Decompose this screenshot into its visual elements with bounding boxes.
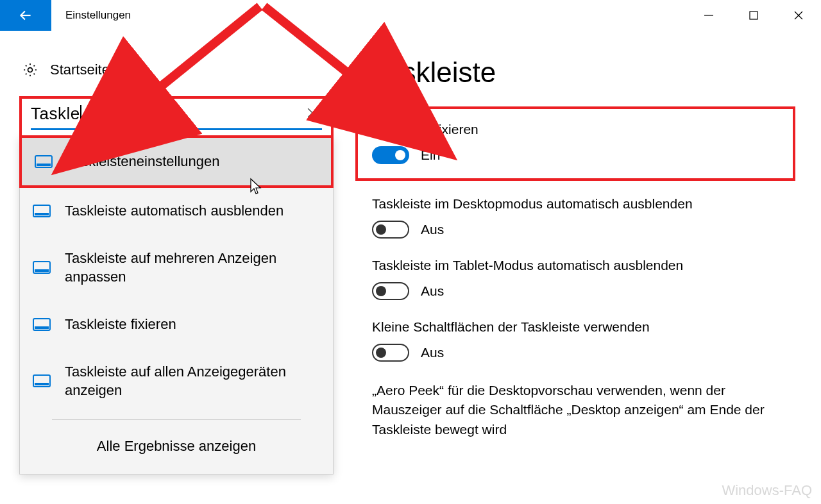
svg-point-4: [28, 68, 33, 72]
display-icon: [33, 374, 51, 388]
close-icon: [793, 10, 804, 21]
page-heading: Taskleiste: [372, 56, 802, 88]
search-result-label: Taskleiste auf allen Anzeigegeräten anze…: [65, 362, 320, 400]
minimize-icon: [704, 10, 714, 21]
titlebar: Einstellungen: [0, 0, 821, 31]
setting-small-buttons: Kleine Schaltflächen der Taskleiste verw…: [372, 319, 802, 362]
setting-label: Taskleiste im Desktopmodus automatisch a…: [372, 196, 802, 212]
main-panel: Taskleiste Taskleiste fixieren Ein Taskl…: [372, 56, 802, 475]
svg-rect-8: [37, 164, 51, 166]
search-result-label: Taskleiste fixieren: [65, 315, 320, 334]
toggle-state: Aus: [421, 283, 444, 299]
toggle-auto-hide-tablet[interactable]: [372, 282, 409, 300]
toggle-lock-taskbar[interactable]: [372, 146, 409, 164]
close-button[interactable]: [789, 6, 808, 25]
home-label: Startseite: [50, 62, 110, 78]
minimize-button[interactable]: [699, 6, 718, 25]
back-button[interactable]: [0, 0, 51, 31]
display-icon: [33, 204, 51, 218]
setting-auto-hide-tablet: Taskleiste im Tablet-Modus automatisch a…: [372, 258, 802, 300]
search-input[interactable]: Taskle: [19, 96, 334, 137]
display-icon: [35, 155, 53, 169]
search-result-label: Taskleiste automatisch ausblenden: [65, 201, 320, 221]
arrow-left-icon: [17, 7, 34, 24]
search-result-item[interactable]: Taskleiste automatisch ausblenden: [20, 187, 333, 235]
search-container: Taskle Taskleisteneinstellungen Taskleis…: [19, 96, 334, 475]
show-all-results[interactable]: Alle Ergebnisse anzeigen: [20, 420, 333, 474]
display-icon: [33, 260, 51, 274]
home-link[interactable]: Startseite: [19, 56, 334, 96]
setting-label: Taskleiste fixieren: [372, 122, 779, 137]
search-result-item[interactable]: Taskleiste fixieren: [20, 301, 333, 348]
search-results-dropdown: Taskleisteneinstellungen Taskleiste auto…: [19, 136, 334, 475]
maximize-button[interactable]: [744, 6, 763, 25]
search-result-label: Taskleiste auf mehreren Anzeigen anpasse…: [65, 249, 320, 287]
svg-rect-10: [35, 213, 49, 215]
toggle-small-buttons[interactable]: [372, 344, 409, 362]
svg-rect-12: [35, 269, 49, 272]
search-result-item[interactable]: Taskleiste auf allen Anzeigegeräten anze…: [20, 348, 333, 414]
search-result-item[interactable]: Taskleisteneinstellungen: [19, 136, 334, 188]
setting-auto-hide-desktop: Taskleiste im Desktopmodus automatisch a…: [372, 196, 802, 239]
watermark: Windows-FAQ: [722, 482, 812, 499]
search-result-label: Taskleisteneinstellungen: [67, 152, 318, 171]
toggle-state: Aus: [421, 345, 444, 360]
setting-label: Taskleiste im Tablet-Modus automatisch a…: [372, 258, 802, 273]
display-icon: [33, 317, 51, 332]
gear-icon: [22, 62, 38, 78]
svg-rect-16: [35, 383, 49, 385]
close-icon: [307, 107, 318, 119]
setting-lock-taskbar: Taskleiste fixieren Ein: [355, 106, 795, 181]
toggle-state: Ein: [421, 147, 440, 163]
aero-peek-description: „Aero Peek“ für die Desktopvorschau verw…: [372, 381, 795, 439]
clear-search-button[interactable]: [303, 106, 322, 122]
content: Startseite Taskle Taskleisteneinstellung…: [0, 31, 821, 475]
maximize-icon: [749, 11, 758, 20]
window-controls: [699, 0, 821, 31]
setting-label: Kleine Schaltflächen der Taskleiste verw…: [372, 319, 802, 335]
sidebar: Startseite Taskle Taskleisteneinstellung…: [19, 56, 334, 475]
svg-rect-14: [35, 326, 49, 329]
svg-rect-1: [750, 12, 758, 19]
search-result-item[interactable]: Taskleiste auf mehreren Anzeigen anpasse…: [20, 235, 333, 301]
toggle-state: Aus: [421, 222, 444, 237]
toggle-auto-hide-desktop[interactable]: [372, 221, 409, 239]
search-value: Taskle: [31, 104, 303, 124]
window-title: Einstellungen: [51, 0, 699, 31]
